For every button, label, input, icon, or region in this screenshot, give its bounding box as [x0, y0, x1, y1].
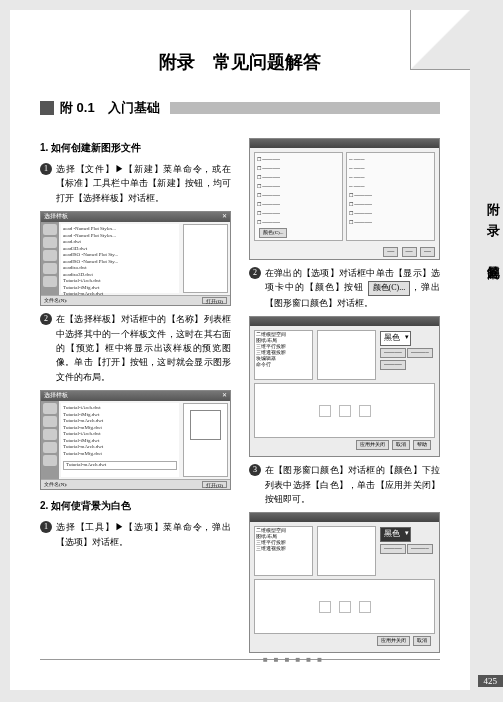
- cancel-button: 取消: [413, 636, 431, 646]
- step-text: 在【图形窗口颜色】对话框的【颜色】下拉列表中选择【白色】，单击【应用并关闭】按钮…: [265, 463, 440, 506]
- dialog-titlebar: [250, 139, 439, 148]
- folder-icon: [43, 224, 57, 235]
- screenshot-color-dialog-2: 二维模型空间图纸/布局 三维平行投影三维透视投影 黑色 ───── ─────: [249, 512, 440, 653]
- footer-dots: ■ ■ ■ ■ ■ ■: [263, 655, 324, 664]
- apply-close-button: 应用并关闭: [377, 636, 410, 646]
- step-text: 在弹出的【选项】对话框中单击【显示】选项卡中的【颜色】按钮 颜色(C)...，弹…: [265, 266, 440, 310]
- page-corner: [410, 10, 470, 70]
- color-dropdown: 黑色: [380, 331, 411, 346]
- page: 附录 常见问题解答 附 0.1 入门基础 1. 如何创建新图形文件 1 选择【文…: [10, 10, 470, 690]
- sidebar: [41, 222, 59, 295]
- preview-pane: [183, 403, 228, 477]
- color-options: 黑色 ───── ───── ─────: [380, 330, 435, 380]
- folder-icon: [43, 276, 57, 287]
- color-button-inline: 颜色(C)...: [368, 281, 411, 296]
- side-tab-label-1: 附录: [483, 200, 503, 242]
- bulb-icon: [339, 405, 351, 417]
- footer-rule: [40, 659, 440, 660]
- section-number: 附 0.1: [60, 100, 95, 115]
- q1-step-1: 1 选择【文件】▶【新建】菜单命令，或在【标准】工具栏中单击【新建】按钮，均可打…: [40, 162, 231, 205]
- section-heading: 附 0.1 入门基础: [40, 99, 440, 117]
- step-text: 在【选择样板】对话框中的【名称】列表框中选择其中的一个样板文件，这时在其右面的【…: [56, 312, 231, 384]
- color-dropdown: 黑色: [380, 527, 411, 542]
- screenshot-select-template-2: 选择样板✕ Tutorial-iArch.dwt Tutorial-iMfg.d…: [40, 390, 231, 490]
- preview-area: [254, 579, 435, 634]
- folder-icon: [43, 263, 57, 274]
- preview-pane: [183, 224, 228, 293]
- dialog-titlebar: [250, 513, 439, 522]
- q2-step-1: 1 选择【工具】▶【选项】菜单命令，弹出【选项】对话框。: [40, 520, 231, 549]
- side-tab: 附录 常见问题解答: [483, 200, 503, 256]
- file-list: acad -Named Plot Styles... acad -Named P…: [61, 224, 179, 293]
- dialog-footer: 文件名(N): 打开(O): [41, 479, 230, 489]
- cancel-button: ──: [402, 247, 417, 257]
- close-icon: ✕: [222, 391, 227, 401]
- section-marker-icon: [40, 101, 54, 115]
- section-rule: [170, 102, 440, 114]
- element-list: [317, 330, 376, 380]
- apply-close-button: 应用并关闭: [356, 440, 389, 450]
- filename-field: Tutorial-mArch.dwt: [63, 461, 177, 470]
- q2-step-2: 2 在弹出的【选项】对话框中单击【显示】选项卡中的【颜色】按钮 颜色(C)...…: [249, 266, 440, 310]
- folder-icon: [43, 455, 57, 466]
- folder-icon: [43, 416, 57, 427]
- step-text: 选择【工具】▶【选项】菜单命令，弹出【选项】对话框。: [56, 520, 231, 549]
- folder-icon: [43, 237, 57, 248]
- help-button: ──: [420, 247, 435, 257]
- dialog-titlebar: 选择样板✕: [41, 212, 230, 222]
- cancel-button: 取消: [392, 440, 410, 450]
- cursor-icon: [319, 601, 331, 613]
- page-title: 附录 常见问题解答: [40, 50, 440, 74]
- options-left-panel: ☐ ─────☐ ───── ☐ ─────☐ ───── ☐ ─────☐ ─…: [254, 152, 343, 241]
- step-number-icon: 3: [249, 464, 261, 476]
- q1-step-2: 2 在【选择样板】对话框中的【名称】列表框中选择其中的一个样板文件，这时在其右面…: [40, 312, 231, 384]
- dialog-titlebar: [250, 317, 439, 326]
- screenshot-select-template-1: 选择样板✕ acad -Named Plot Styles... acad -N…: [40, 211, 231, 306]
- element-list: [317, 526, 376, 576]
- screenshot-options-dialog: ☐ ─────☐ ───── ☐ ─────☐ ───── ☐ ─────☐ ─…: [249, 138, 440, 260]
- preview-area: [254, 383, 435, 438]
- q2-step-3: 3 在【图形窗口颜色】对话框的【颜色】下拉列表中选择【白色】，单击【应用并关闭】…: [249, 463, 440, 506]
- sidebar: [41, 401, 59, 479]
- options-right-panel: ─ ──── ─── ─ ──── ─── ☐ ─────☐ ───── ☐ ─…: [346, 152, 435, 241]
- left-column: 1. 如何创建新图形文件 1 选择【文件】▶【新建】菜单命令，或在【标准】工具栏…: [40, 132, 231, 659]
- content-columns: 1. 如何创建新图形文件 1 选择【文件】▶【新建】菜单命令，或在【标准】工具栏…: [40, 132, 440, 659]
- context-list: 二维模型空间图纸/布局 三维平行投影三维透视投影 块编辑器命令行: [254, 330, 313, 380]
- cursor-icon: [319, 405, 331, 417]
- folder-icon: [43, 429, 57, 440]
- axis-icon: [359, 601, 371, 613]
- screenshot-color-dialog-1: 二维模型空间图纸/布局 三维平行投影三维透视投影 块编辑器命令行 黑色 ────…: [249, 316, 440, 457]
- color-button: 颜色(C)...: [259, 228, 287, 238]
- step-number-icon: 2: [249, 267, 261, 279]
- section-name: 入门基础: [108, 100, 160, 115]
- step-number-icon: 1: [40, 521, 52, 533]
- axis-icon: [359, 405, 371, 417]
- dialog-titlebar: 选择样板✕: [41, 391, 230, 401]
- open-button: 打开(O): [202, 481, 227, 488]
- file-list: Tutorial-iArch.dwt Tutorial-iMfg.dwt Tut…: [61, 403, 179, 477]
- right-column: ☐ ─────☐ ───── ☐ ─────☐ ───── ☐ ─────☐ ─…: [249, 132, 440, 659]
- step-number-icon: 1: [40, 163, 52, 175]
- folder-icon: [43, 403, 57, 414]
- question-2-heading: 2. 如何使背景为白色: [40, 498, 231, 514]
- color-options: 黑色 ───── ─────: [380, 526, 435, 576]
- bulb-icon: [339, 601, 351, 613]
- close-icon: ✕: [222, 212, 227, 222]
- step-text: 选择【文件】▶【新建】菜单命令，或在【标准】工具栏中单击【新建】按钮，均可打开【…: [56, 162, 231, 205]
- question-1-heading: 1. 如何创建新图形文件: [40, 140, 231, 156]
- folder-icon: [43, 250, 57, 261]
- ok-button: ──: [383, 247, 398, 257]
- step-number-icon: 2: [40, 313, 52, 325]
- open-button: 打开(O): [202, 297, 227, 304]
- help-button: 帮助: [413, 440, 431, 450]
- page-number: 425: [478, 675, 504, 687]
- context-list: 二维模型空间图纸/布局 三维平行投影三维透视投影: [254, 526, 313, 576]
- folder-icon: [43, 442, 57, 453]
